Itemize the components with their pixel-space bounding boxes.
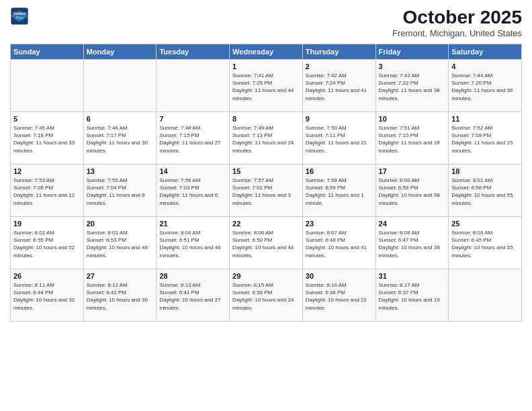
calendar-cell: 7Sunrise: 7:48 AM Sunset: 7:15 PM Daylig… xyxy=(157,112,230,165)
date-number: 19 xyxy=(13,220,81,228)
cell-info: Sunrise: 8:13 AM Sunset: 6:41 PM Dayligh… xyxy=(159,281,226,312)
calendar-cell: 8Sunrise: 7:49 AM Sunset: 7:13 PM Daylig… xyxy=(230,112,303,165)
calendar-cell: 12Sunrise: 7:53 AM Sunset: 7:06 PM Dayli… xyxy=(11,165,84,217)
cell-info: Sunrise: 8:03 AM Sunset: 6:53 PM Dayligh… xyxy=(87,229,154,259)
main-title: October 2025 xyxy=(392,7,522,28)
date-number: 1 xyxy=(232,62,300,71)
cell-info: Sunrise: 7:58 AM Sunset: 6:59 PM Dayligh… xyxy=(306,177,373,207)
logo: General Blue xyxy=(10,7,29,26)
day-header-wednesday: Wednesday xyxy=(230,44,303,60)
date-number: 7 xyxy=(159,115,226,123)
cell-info: Sunrise: 8:08 AM Sunset: 6:47 PM Dayligh… xyxy=(379,229,446,259)
subtitle: Fremont, Michigan, United States xyxy=(392,28,522,38)
cell-info: Sunrise: 8:06 AM Sunset: 6:50 PM Dayligh… xyxy=(232,229,300,259)
calendar-cell xyxy=(83,60,157,112)
cell-info: Sunrise: 7:46 AM Sunset: 7:17 PM Dayligh… xyxy=(87,124,154,154)
week-row-4: 19Sunrise: 8:02 AM Sunset: 6:55 PM Dayli… xyxy=(11,217,522,269)
page: General Blue October 2025 Fremont, Michi… xyxy=(0,0,532,411)
cell-info: Sunrise: 7:49 AM Sunset: 7:13 PM Dayligh… xyxy=(232,124,300,154)
week-row-3: 12Sunrise: 7:53 AM Sunset: 7:06 PM Dayli… xyxy=(11,165,522,217)
cell-info: Sunrise: 8:11 AM Sunset: 6:44 PM Dayligh… xyxy=(13,281,81,312)
calendar-cell: 14Sunrise: 7:56 AM Sunset: 7:03 PM Dayli… xyxy=(157,165,230,217)
date-number: 3 xyxy=(379,62,446,71)
calendar-cell: 11Sunrise: 7:52 AM Sunset: 7:08 PM Dayli… xyxy=(449,112,522,165)
cell-info: Sunrise: 7:52 AM Sunset: 7:08 PM Dayligh… xyxy=(451,124,519,154)
cell-info: Sunrise: 7:57 AM Sunset: 7:01 PM Dayligh… xyxy=(232,177,300,207)
calendar-cell: 9Sunrise: 7:50 AM Sunset: 7:11 PM Daylig… xyxy=(302,112,375,165)
cell-info: Sunrise: 7:56 AM Sunset: 7:03 PM Dayligh… xyxy=(159,177,226,207)
week-row-5: 26Sunrise: 8:11 AM Sunset: 6:44 PM Dayli… xyxy=(11,269,522,322)
calendar-cell: 2Sunrise: 7:42 AM Sunset: 7:24 PM Daylig… xyxy=(302,60,375,112)
date-number: 17 xyxy=(379,167,446,175)
cell-info: Sunrise: 8:04 AM Sunset: 6:51 PM Dayligh… xyxy=(159,229,226,259)
day-header-friday: Friday xyxy=(375,44,449,60)
day-header-monday: Monday xyxy=(83,44,157,60)
date-number: 27 xyxy=(87,272,154,280)
header: General Blue October 2025 Fremont, Michi… xyxy=(10,7,522,38)
calendar-cell: 27Sunrise: 8:12 AM Sunset: 6:42 PM Dayli… xyxy=(83,269,157,322)
date-number: 8 xyxy=(232,115,300,123)
calendar-cell: 29Sunrise: 8:15 AM Sunset: 6:39 PM Dayli… xyxy=(230,269,303,322)
svg-text:General: General xyxy=(13,12,26,15)
date-number: 26 xyxy=(13,272,81,280)
cell-info: Sunrise: 8:17 AM Sunset: 6:37 PM Dayligh… xyxy=(379,281,446,312)
date-number: 5 xyxy=(13,115,81,123)
calendar-cell: 20Sunrise: 8:03 AM Sunset: 6:53 PM Dayli… xyxy=(83,217,157,269)
cell-info: Sunrise: 7:50 AM Sunset: 7:11 PM Dayligh… xyxy=(306,124,373,154)
date-number: 28 xyxy=(159,272,226,280)
cell-info: Sunrise: 8:07 AM Sunset: 6:48 PM Dayligh… xyxy=(306,229,373,259)
calendar-cell: 10Sunrise: 7:51 AM Sunset: 7:10 PM Dayli… xyxy=(375,112,449,165)
calendar-cell: 1Sunrise: 7:41 AM Sunset: 7:25 PM Daylig… xyxy=(230,60,303,112)
svg-text:Blue: Blue xyxy=(16,16,24,19)
calendar-cell: 5Sunrise: 7:45 AM Sunset: 7:18 PM Daylig… xyxy=(11,112,84,165)
cell-info: Sunrise: 7:55 AM Sunset: 7:04 PM Dayligh… xyxy=(87,177,154,207)
calendar-cell: 25Sunrise: 8:09 AM Sunset: 6:45 PM Dayli… xyxy=(449,217,522,269)
calendar-cell: 15Sunrise: 7:57 AM Sunset: 7:01 PM Dayli… xyxy=(230,165,303,217)
cell-info: Sunrise: 8:12 AM Sunset: 6:42 PM Dayligh… xyxy=(87,281,154,312)
cell-info: Sunrise: 8:16 AM Sunset: 6:38 PM Dayligh… xyxy=(306,281,373,312)
calendar-cell: 23Sunrise: 8:07 AM Sunset: 6:48 PM Dayli… xyxy=(302,217,375,269)
date-number: 4 xyxy=(451,62,519,71)
cell-info: Sunrise: 8:00 AM Sunset: 6:58 PM Dayligh… xyxy=(379,177,446,207)
date-number: 25 xyxy=(451,220,519,228)
date-number: 21 xyxy=(159,220,226,228)
date-number: 29 xyxy=(232,272,300,280)
date-number: 30 xyxy=(306,272,373,280)
day-header-tuesday: Tuesday xyxy=(157,44,230,60)
calendar-cell: 28Sunrise: 8:13 AM Sunset: 6:41 PM Dayli… xyxy=(157,269,230,322)
date-number: 15 xyxy=(232,167,300,175)
calendar-cell: 4Sunrise: 7:44 AM Sunset: 7:20 PM Daylig… xyxy=(449,60,522,112)
date-number: 12 xyxy=(13,167,81,175)
logo-icon: General Blue xyxy=(10,7,29,26)
cell-info: Sunrise: 8:09 AM Sunset: 6:45 PM Dayligh… xyxy=(451,229,519,259)
day-header-saturday: Saturday xyxy=(449,44,522,60)
calendar-cell: 30Sunrise: 8:16 AM Sunset: 6:38 PM Dayli… xyxy=(302,269,375,322)
date-number: 13 xyxy=(87,167,154,175)
calendar-cell: 26Sunrise: 8:11 AM Sunset: 6:44 PM Dayli… xyxy=(11,269,84,322)
date-number: 18 xyxy=(451,167,519,175)
calendar-cell: 22Sunrise: 8:06 AM Sunset: 6:50 PM Dayli… xyxy=(230,217,303,269)
date-number: 2 xyxy=(306,62,373,71)
calendar-cell xyxy=(11,60,84,112)
title-block: October 2025 Fremont, Michigan, United S… xyxy=(392,7,522,38)
cell-info: Sunrise: 7:53 AM Sunset: 7:06 PM Dayligh… xyxy=(13,177,81,207)
calendar-cell: 6Sunrise: 7:46 AM Sunset: 7:17 PM Daylig… xyxy=(83,112,157,165)
cell-info: Sunrise: 8:15 AM Sunset: 6:39 PM Dayligh… xyxy=(232,281,300,312)
calendar-table: SundayMondayTuesdayWednesdayThursdayFrid… xyxy=(10,44,522,322)
date-number: 23 xyxy=(306,220,373,228)
date-number: 11 xyxy=(451,115,519,123)
cell-info: Sunrise: 7:41 AM Sunset: 7:25 PM Dayligh… xyxy=(232,72,300,102)
date-number: 16 xyxy=(306,167,373,175)
calendar-cell: 31Sunrise: 8:17 AM Sunset: 6:37 PM Dayli… xyxy=(375,269,449,322)
cell-info: Sunrise: 8:01 AM Sunset: 6:56 PM Dayligh… xyxy=(451,177,519,207)
calendar-cell xyxy=(449,269,522,322)
calendar-cell: 13Sunrise: 7:55 AM Sunset: 7:04 PM Dayli… xyxy=(83,165,157,217)
date-number: 24 xyxy=(379,220,446,228)
date-number: 14 xyxy=(159,167,226,175)
date-number: 31 xyxy=(379,272,446,280)
calendar-cell: 16Sunrise: 7:58 AM Sunset: 6:59 PM Dayli… xyxy=(302,165,375,217)
date-number: 22 xyxy=(232,220,300,228)
cell-info: Sunrise: 7:48 AM Sunset: 7:15 PM Dayligh… xyxy=(159,124,226,154)
calendar-cell: 21Sunrise: 8:04 AM Sunset: 6:51 PM Dayli… xyxy=(157,217,230,269)
day-header-thursday: Thursday xyxy=(302,44,375,60)
